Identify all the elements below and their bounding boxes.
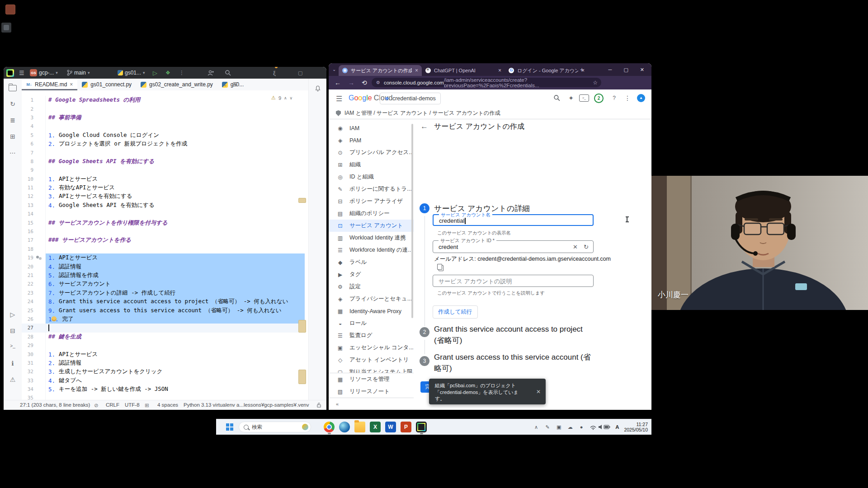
more-actions-icon[interactable]: ⋮ (179, 67, 184, 79)
error-stripe-mark[interactable] (298, 370, 306, 384)
editor-line[interactable]: 27 (22, 324, 305, 332)
tray-icon[interactable]: ▣ (556, 424, 562, 430)
run-button[interactable]: ▷ (153, 67, 157, 79)
tray-icon[interactable]: ✎ (544, 424, 551, 430)
breadcrumb-text[interactable]: IAM と管理 / サービス アカウント / サービス アカウントの作成 (344, 109, 500, 117)
intention-bulb-icon[interactable] (52, 316, 57, 321)
editor-line[interactable]: 9 (22, 166, 305, 174)
network-volume-battery-icons[interactable] (590, 424, 610, 430)
create-and-continue-button[interactable]: 作成して続行 (433, 305, 478, 319)
tab-search-icon[interactable]: ⌄ (332, 67, 336, 72)
sidebar-item[interactable]: ▤ 組織のポリシー (329, 207, 414, 220)
address-bar[interactable]: ⚙ console.cloud.google.com/iam-admin/ser… (372, 78, 601, 87)
editor-pane[interactable]: 1 # Google Spreadsheets の利用 2 (22, 90, 308, 400)
editor-line[interactable]: 23 7. サービスアカウントの詳細 -> 作成して続行 (22, 289, 305, 297)
tray-icon[interactable]: ∧ (533, 424, 539, 430)
error-stripe-mark[interactable] (298, 198, 306, 203)
minimize-button[interactable]: ─ (609, 67, 612, 72)
run-toolwindow-icon[interactable]: ▷ (4, 311, 22, 318)
bookmark-star-icon[interactable]: ☆ (593, 80, 598, 86)
taskbar-app-icon[interactable] (324, 422, 335, 432)
taskbar-app-icon[interactable]: P (401, 422, 411, 432)
python-interpreter[interactable]: Python 3.13 virtualenv a...lessons¥gcp-s… (184, 402, 309, 408)
sidebar-item[interactable]: ▶ タグ (329, 268, 414, 281)
editor-line[interactable]: 11 2. 有効なAPIとサービス (22, 183, 305, 192)
editor-line[interactable]: 19 1. APIとサービス (22, 253, 305, 262)
close-tab-icon[interactable]: × (70, 81, 73, 88)
run-config-widget[interactable]: gs01... ▾ (118, 67, 145, 79)
gcp-nav-menu-icon[interactable]: ☰ (336, 94, 342, 103)
sidebar-item[interactable]: ▦ Identity-Aware Proxy (329, 305, 414, 317)
editor-line[interactable]: 10 1. APIとサービス (22, 175, 305, 183)
close-tab-icon[interactable]: × (415, 67, 418, 74)
reload-button[interactable]: ⟲ (362, 79, 367, 86)
sidebar-item[interactable]: ◈ プライバシーとセキュ... (329, 293, 414, 305)
sidebar-footer-item[interactable]: ▦ リソースを管理 (329, 373, 414, 385)
sidebar-item[interactable]: ⊞ 組織 (329, 159, 414, 171)
tray-icon[interactable]: ☁ (567, 424, 573, 430)
tab-options-icon[interactable]: ☰ (232, 81, 237, 88)
editor-line[interactable]: 20 4. 認証情報 (22, 262, 305, 271)
taskbar-app-icon[interactable] (339, 422, 350, 432)
sidebar-item[interactable]: ◒ ロール (329, 317, 414, 329)
editor-line[interactable]: 30 1. APIとサービス (22, 350, 305, 358)
project-selector[interactable]: ❖ credential-demos (380, 93, 441, 104)
tray-icon[interactable]: ● (578, 424, 585, 430)
browser-tab[interactable]: サービス アカウントの作成 – IAM と × (339, 65, 422, 76)
browser-tab[interactable]: ログイン - Google アカウント × (505, 65, 588, 76)
close-tab-icon[interactable]: × (498, 67, 501, 74)
notifications-bell-icon[interactable] (315, 85, 321, 92)
editor-line[interactable]: 6 2. プロジェクトを選択 or 新規プロジェクトを作成 (22, 140, 305, 148)
cloud-shell-icon[interactable]: >_ (579, 94, 589, 102)
editor-line[interactable]: 26 10. 完了 (22, 315, 305, 324)
editor-line[interactable]: 35 (22, 394, 305, 400)
sidebar-item[interactable]: ◉ IAM (329, 122, 414, 134)
collapse-sidebar-button[interactable]: « (329, 398, 414, 410)
desktop-icon-app[interactable] (5, 5, 15, 14)
editor-line[interactable]: 34 5. キーを追加 -> 新しい鍵を作成 -> JSON (22, 385, 305, 394)
taskbar-app-icon[interactable]: W (385, 422, 396, 432)
ime-indicator[interactable]: A (615, 424, 619, 430)
taskbar-clock[interactable]: 11:27 2025/05/10 (624, 422, 648, 432)
project-widget[interactable]: GS gcp-... ▾ (30, 67, 58, 79)
branch-widget[interactable]: main ▾ (67, 67, 90, 79)
editor-line[interactable]: 12 3. APIとサービスを有効にする (22, 192, 305, 201)
description-input[interactable]: サービス アカウントの説明 (433, 275, 594, 287)
new-tab-button[interactable]: + (580, 66, 584, 73)
code-with-me-icon[interactable]: ξ (273, 67, 276, 79)
account-avatar[interactable]: ▲ (637, 94, 645, 102)
line-ending[interactable]: CRLF (106, 402, 119, 408)
terminal-toolwindow-icon[interactable]: >_ (4, 343, 22, 348)
structure-toolwindow-icon[interactable]: ≣ (4, 117, 22, 124)
sidebar-item[interactable]: ☰ 監査ログ (329, 329, 414, 342)
back-arrow-icon[interactable]: ← (420, 122, 428, 131)
editor-tab[interactable]: README.md × (22, 79, 77, 90)
close-button[interactable]: ✕ (640, 67, 644, 73)
sidebar-item[interactable]: ⊡ サービス アカウント (329, 220, 414, 232)
window-restore-icon[interactable]: ▢ (298, 67, 302, 79)
sidebar-footer-item[interactable]: ▧ リリースノート (329, 385, 414, 398)
search-icon[interactable] (553, 94, 560, 101)
desktop-icon-window[interactable] (1, 23, 11, 33)
hidden-tabs-chevron-icon[interactable]: ⌄ (223, 82, 227, 87)
sidebar-item[interactable]: ⊟ ポリシー アナライザ (329, 195, 414, 207)
more-toolwindows-icon[interactable]: ⋯ (4, 149, 22, 156)
editor-line[interactable]: 13 4. Google Sheets API を有効にする (22, 201, 305, 210)
refresh-icon[interactable]: ↻ (584, 244, 589, 250)
editor-line[interactable]: 24 8. Grant this service account access … (22, 297, 305, 306)
lock-icon[interactable] (316, 402, 321, 408)
editor-line[interactable]: 29 (22, 341, 305, 350)
start-button[interactable] (226, 423, 233, 431)
sidebar-item[interactable]: ◆ ラベル (329, 256, 414, 268)
editor-line[interactable]: 14 (22, 210, 305, 218)
todo-toolwindow-icon[interactable]: ⚠ (4, 376, 22, 383)
editor-line[interactable]: 18 (22, 245, 305, 253)
problems-toolwindow-icon[interactable]: ℹ (4, 360, 22, 367)
indent-setting[interactable]: 4 spaces (157, 402, 178, 408)
taskbar-app-icon[interactable] (416, 422, 427, 432)
sidebar-item[interactable]: ◈ PAM (329, 134, 414, 146)
taskbar-search[interactable]: 検索 (239, 422, 311, 432)
browser-tab[interactable]: ChatGPT | OpenAI × (422, 65, 505, 76)
sidebar-item[interactable]: ◎ ID と組織 (329, 171, 414, 183)
sidebar-item[interactable]: ▣ エッセンシャル コンタ... (329, 342, 414, 354)
